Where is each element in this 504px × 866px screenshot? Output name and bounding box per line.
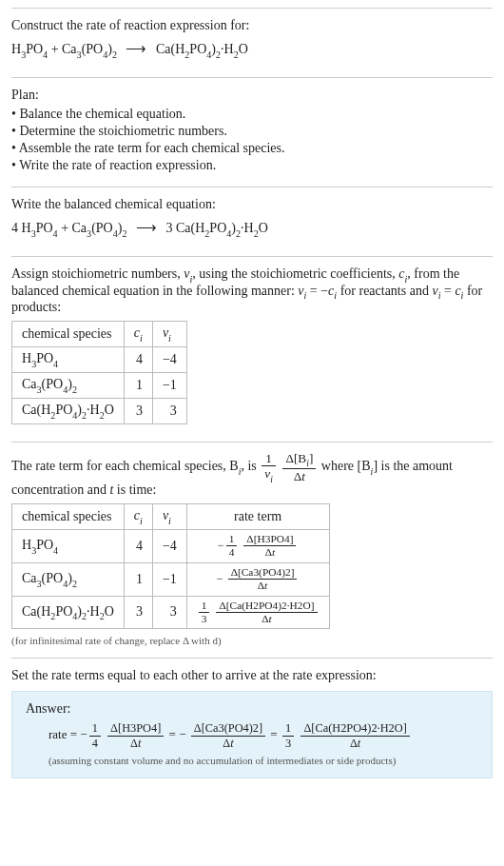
coeff-1: 4 <box>11 221 22 235</box>
cell-species: H3PO4 <box>12 529 125 562</box>
cell-vi: −1 <box>152 373 186 399</box>
fraction: 1νi <box>262 452 276 483</box>
species-ca3po42: Ca3(PO4)2 <box>62 42 117 56</box>
rateterm-section: The rate term for each chemical species,… <box>11 442 493 659</box>
answer-equation: rate = −14 Δ[H3PO4]Δt = − Δ[Ca3(PO4)2]Δt… <box>48 722 478 749</box>
answer-box: Answer: rate = −14 Δ[H3PO4]Δt = − Δ[Ca3(… <box>11 691 493 778</box>
plan-item: Balance the chemical equation. <box>11 107 493 122</box>
cell-ci: 4 <box>124 347 152 373</box>
cell-vi: −4 <box>152 347 186 373</box>
cell-rateterm: − Δ[Ca3(PO4)2]Δt <box>186 562 329 596</box>
plan-section: Plan: Balance the chemical equation. Det… <box>11 77 493 187</box>
cell-species: Ca(H2PO4)2·H2O <box>12 596 125 629</box>
cell-species: Ca3(PO4)2 <box>12 373 125 399</box>
cell-species: H3PO4 <box>12 347 125 373</box>
table-row: H3PO4 4 −4 <box>12 347 187 373</box>
table-row: Ca3(PO4)2 1 −1 <box>12 373 187 399</box>
intro-prompt: Construct the rate of reaction expressio… <box>11 18 493 33</box>
cell-ci: 3 <box>124 398 152 423</box>
arrow-icon: ⟶ <box>136 216 157 240</box>
cell-rateterm: −14 Δ[H3PO4]Δt <box>186 529 329 562</box>
assign-text: Assign stoichiometric numbers, νi, using… <box>11 266 493 316</box>
cell-species: Ca3(PO4)2 <box>12 562 125 596</box>
cell-ci: 1 <box>124 562 152 596</box>
col-species: chemical species <box>12 322 125 347</box>
species-cah2po42h2o: Ca(H2PO4)2·H2O <box>176 221 268 235</box>
cell-vi: −4 <box>152 529 186 562</box>
intro-section: Construct the rate of reaction expressio… <box>11 8 493 77</box>
col-vi: νi <box>152 322 186 347</box>
rateterm-table: chemical species ci νi rate term H3PO4 4… <box>11 503 330 629</box>
fraction: Δ[Bi]Δt <box>282 452 316 483</box>
species-ca3po42: Ca3(PO4)2 <box>72 221 127 235</box>
cell-ci: 4 <box>124 529 152 562</box>
table-header-row: chemical species ci νi rate term <box>12 504 330 530</box>
species-h3po4: H3PO4 <box>22 221 58 235</box>
stoich-table: chemical species ci νi H3PO4 4 −4 Ca3(PO… <box>11 321 187 423</box>
final-section: Set the rate terms equal to each other t… <box>11 658 493 790</box>
assign-section: Assign stoichiometric numbers, νi, using… <box>11 256 493 442</box>
plan-label: Plan: <box>11 88 493 103</box>
coeff-3: 3 <box>165 221 176 235</box>
col-species: chemical species <box>12 504 125 530</box>
plan-item: Determine the stoichiometric numbers. <box>11 124 493 139</box>
final-label: Set the rate terms equal to each other t… <box>11 668 493 683</box>
col-vi: νi <box>152 504 186 530</box>
cell-species: Ca(H2PO4)2·H2O <box>12 398 125 423</box>
plan-item: Write the rate of reaction expression. <box>11 158 493 173</box>
answer-label: Answer: <box>26 701 478 717</box>
cell-ci: 1 <box>124 373 152 399</box>
unbalanced-equation: H3PO4 + Ca3(PO4)2 ⟶ Ca(H2PO4)2·H2O <box>11 37 493 62</box>
species-h3po4: H3PO4 <box>11 42 48 56</box>
species-cah2po42h2o: Ca(H2PO4)2·H2O <box>156 42 248 56</box>
col-ci: ci <box>124 322 152 347</box>
balanced-section: Write the balanced chemical equation: 4 … <box>11 187 493 256</box>
balanced-label: Write the balanced chemical equation: <box>11 197 493 212</box>
table-row: Ca(H2PO4)2·H2O 3 3 <box>12 398 187 423</box>
rateterm-text: The rate term for each chemical species,… <box>11 452 493 499</box>
cell-vi: 3 <box>152 596 186 629</box>
plus: + <box>58 221 72 235</box>
balanced-equation: 4 H3PO4 + Ca3(PO4)2 ⟶ 3 Ca(H2PO4)2·H2O <box>11 216 493 241</box>
table-row: Ca(H2PO4)2·H2O 3 3 13 Δ[Ca(H2PO4)2·H2O]Δ… <box>12 596 330 629</box>
table-row: Ca3(PO4)2 1 −1 − Δ[Ca3(PO4)2]Δt <box>12 562 330 596</box>
infinitesimal-note: (for infinitesimal rate of change, repla… <box>11 635 493 646</box>
plus: + <box>48 42 62 56</box>
table-row: H3PO4 4 −4 −14 Δ[H3PO4]Δt <box>12 529 330 562</box>
plan-item: Assemble the rate term for each chemical… <box>11 141 493 156</box>
cell-ci: 3 <box>124 596 152 629</box>
cell-vi: −1 <box>152 562 186 596</box>
table-header-row: chemical species ci νi <box>12 322 187 347</box>
answer-note: (assuming constant volume and no accumul… <box>48 755 478 766</box>
plan-list: Balance the chemical equation. Determine… <box>11 107 493 173</box>
cell-vi: 3 <box>152 398 186 423</box>
col-ci: ci <box>124 504 152 530</box>
cell-rateterm: 13 Δ[Ca(H2PO4)2·H2O]Δt <box>186 596 329 629</box>
col-rateterm: rate term <box>186 504 329 530</box>
arrow-icon: ⟶ <box>126 37 146 61</box>
